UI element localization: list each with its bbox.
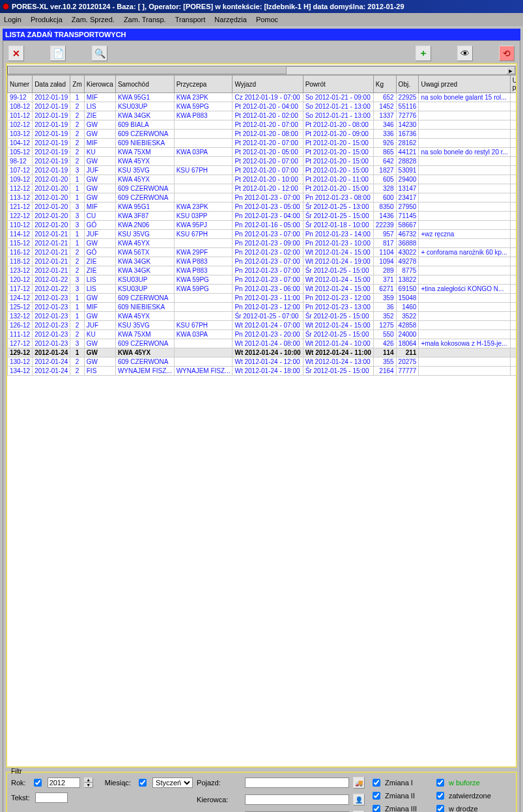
table-row[interactable]: 122-122012-01-203CUKWA 3F87KSU 03PPPn 20… [8, 212, 518, 221]
col-4[interactable]: Samochód [115, 76, 174, 93]
col-1[interactable]: Data załad [33, 76, 70, 93]
table-row[interactable]: 113-122012-01-201GW609 CZERWONAPn 2012-0… [8, 193, 518, 203]
table-row[interactable]: 108-122012-01-192LISKSU03UPKWA 59PGPt 20… [8, 102, 518, 111]
zmiana3-row[interactable]: Zmiana III [370, 803, 417, 812]
pojazd-input[interactable] [245, 777, 349, 788]
col-8[interactable]: Kg [373, 76, 396, 93]
miesiac-checkbox[interactable] [139, 779, 147, 787]
col-6[interactable]: Wyjazd [233, 76, 303, 93]
rok-checkbox[interactable] [34, 779, 42, 787]
rok-spinner[interactable]: ▲▼ [84, 777, 93, 788]
table-row[interactable]: 98-122012-01-192GWKWA 45YXPt 2012-01-20 … [8, 157, 518, 166]
table-row[interactable]: 125-122012-01-231MIF609 NIEBIESKAPn 2012… [8, 303, 518, 312]
table-row[interactable]: 105-122012-01-192KUKWA 75XMKWA 03PAPt 20… [8, 148, 518, 157]
zmiana2-checkbox[interactable] [373, 792, 380, 800]
table-row[interactable]: 130-122012-01-242GW609 CZERWONAWt 2012-0… [8, 357, 518, 367]
refresh-button[interactable]: ⟲ [499, 46, 515, 61]
table-row[interactable]: 102-122012-01-192GW609 BIALAPt 2012-01-2… [8, 120, 518, 130]
delete-button[interactable]: ✕ [8, 46, 24, 61]
table-row[interactable]: 112-122012-01-201GW609 CZERWONAPt 2012-0… [8, 184, 518, 193]
col-7[interactable]: Powrót [303, 76, 373, 93]
table-row[interactable]: 134-122012-01-242FISWYNAJEM FISZ...WYNAJ… [8, 367, 518, 376]
zmiana1-checkbox[interactable] [373, 779, 380, 787]
table-row[interactable]: 127-122012-01-233GW609 CZERWONAWt 2012-0… [8, 339, 518, 348]
table-row[interactable]: 126-122012-01-232JUFKSU 35VGKSU 67PHWt 2… [8, 321, 518, 330]
col-9[interactable]: Obj. [396, 76, 419, 93]
zatw-checkbox[interactable] [436, 792, 444, 800]
cell: 53091 [396, 166, 419, 175]
table-row[interactable]: 129-122012-01-241GWKWA 45YXWt 2012-01-24… [8, 348, 518, 357]
scroll-thumb[interactable] [8, 66, 287, 74]
cell: GW [84, 193, 115, 203]
cell [174, 348, 233, 357]
col-0[interactable]: Numer [8, 76, 33, 93]
cell: Pn 2012-01-23 - 05:00 [233, 203, 303, 212]
cell: 642 [373, 157, 396, 166]
table-row[interactable]: 132-122012-01-231GWKWA 45YXŚr 2012-01-25… [8, 312, 518, 321]
cell: 2012-01-20 [33, 193, 70, 203]
table-row[interactable]: 104-122012-01-192MIF609 NIEBIESKAPt 2012… [8, 139, 518, 148]
cell: 1460 [396, 303, 419, 312]
col-10[interactable]: Uwagi przed [419, 76, 510, 93]
table-row[interactable]: 120-122012-01-223LISKSU03UPKWA 59PGPn 20… [8, 275, 518, 285]
col-3[interactable]: Kierowca [84, 76, 115, 93]
table-row[interactable]: 124-122012-01-231GW609 CZERWONAPn 2012-0… [8, 294, 518, 303]
table-row[interactable]: 123-122012-01-212ZIEKWA 34GKKWA P883Pn 2… [8, 266, 518, 275]
table-row[interactable]: 117-122012-01-223LISKSU03UPKWA 59PGPn 20… [8, 285, 518, 294]
cell: 371 [373, 275, 396, 285]
table-row[interactable]: 121-122012-01-203MIFKWA 95G1KWA 23PKPn 2… [8, 203, 518, 212]
cell [174, 339, 233, 348]
zatw-row[interactable]: zatwierdzone [434, 790, 491, 802]
menu-pomoc[interactable]: Pomoc [256, 16, 278, 23]
wdrodze-checkbox[interactable] [436, 805, 444, 812]
kierowca-pick-button[interactable]: 👤 [353, 794, 365, 805]
cell [419, 303, 510, 312]
cell [419, 221, 510, 230]
wbuforze-checkbox[interactable] [436, 779, 444, 787]
table-row[interactable]: 111-122012-01-232KUKWA 75XMKWA 03PAPn 20… [8, 330, 518, 339]
tekst-input[interactable] [35, 792, 68, 803]
rok-input[interactable] [48, 777, 80, 788]
add-button[interactable]: ＋ [416, 46, 431, 61]
zmiana3-checkbox[interactable] [373, 805, 380, 812]
cell: 107-12 [8, 166, 33, 175]
task-grid[interactable]: NumerData załadZmKierowcaSamochódPrzycze… [7, 75, 517, 376]
zmiana2-row[interactable]: Zmiana II [370, 790, 417, 802]
table-row[interactable]: 116-122012-01-212GÓKWA 56TXKWA 29PFPn 20… [8, 248, 518, 257]
table-row[interactable]: 109-122012-01-201GWKWA 45YXPt 2012-01-20… [8, 175, 518, 184]
col-2[interactable]: Zm [70, 76, 84, 93]
table-row[interactable]: 118-122012-01-212ZIEKWA 34GKKWA P883Pn 2… [8, 257, 518, 266]
table-row[interactable]: 115-122012-01-211GWKWA 45YXPn 2012-01-23… [8, 239, 518, 248]
table-row[interactable]: 107-122012-01-193JUFKSU 35VGKSU 67PHPt 2… [8, 166, 518, 175]
cell: GW [84, 339, 115, 348]
wbuforze-row[interactable]: w buforze [434, 777, 491, 789]
table-row[interactable]: 114-122012-01-211JUFKSU 35VGKSU 67PHPn 2… [8, 230, 518, 239]
table-row[interactable]: 110-122012-01-203GÓKWA 2N06KWA 95PJPn 20… [8, 221, 518, 230]
menu-login[interactable]: Login [4, 16, 21, 23]
cell: GW [84, 120, 115, 130]
cell: +tina zaległości KONGO N... [419, 285, 510, 294]
horizontal-scrollbar-top[interactable]: ◄ ► [7, 66, 516, 75]
table-row[interactable]: 101-122012-01-192ZIEKWA 34GKKWA P883Pt 2… [8, 111, 518, 120]
cell [510, 285, 517, 294]
menu-zam-sprzed[interactable]: Zam. Sprzed. [72, 16, 115, 23]
miesiac-select[interactable]: Styczeń [152, 777, 193, 788]
document-button[interactable]: 📄 [50, 46, 66, 61]
cell: KWA 03PA [174, 148, 233, 157]
search-button[interactable]: 🔍 [92, 46, 107, 61]
menu-transport[interactable]: Transport [175, 16, 206, 23]
pojazd-pick-button[interactable]: 🚚 [353, 777, 365, 789]
scroll-right-icon[interactable]: ► [506, 66, 515, 74]
kierowca-input[interactable] [245, 794, 349, 805]
table-row[interactable]: 99-122012-01-191MIFKWA 95G1KWA 23PKCz 20… [8, 93, 518, 102]
menu-produkcja[interactable]: Produkcja [31, 16, 63, 23]
wdrodze-row[interactable]: w drodze [434, 803, 491, 812]
zmiana1-row[interactable]: Zmiana I [370, 777, 417, 789]
menu-zam-transp[interactable]: Zam. Transp. [124, 16, 166, 23]
col-5[interactable]: Przyczepa [174, 76, 233, 93]
table-row[interactable]: 103-122012-01-192GW609 CZERWONAPt 2012-0… [8, 130, 518, 139]
cell: FIS [84, 367, 115, 376]
view-button[interactable]: 👁 [457, 46, 473, 61]
col-11[interactable]: Uwagi po [510, 76, 517, 93]
menu-narzedzia[interactable]: Narzędzia [214, 16, 247, 23]
